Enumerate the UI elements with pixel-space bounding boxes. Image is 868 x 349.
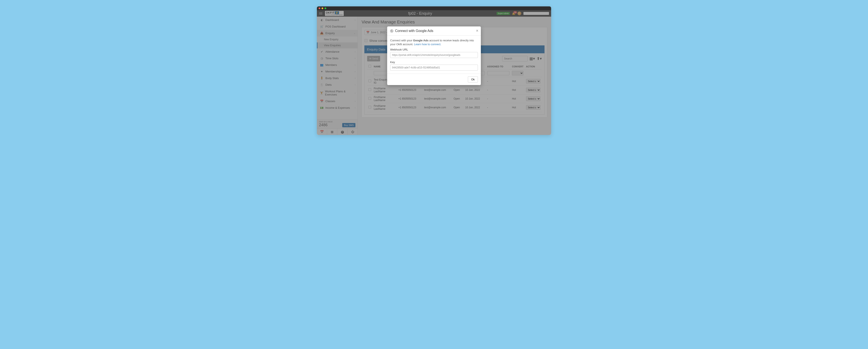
modal-overlay[interactable]: G Connect with Google Ads × Connect with… xyxy=(317,10,551,135)
webhook-label: Webhook URL xyxy=(390,48,478,51)
learn-link[interactable]: Learn how to connect. xyxy=(414,42,441,46)
minimize-window-button[interactable] xyxy=(321,7,323,9)
modal-intro: Connect with your Google Ads account to … xyxy=(390,38,478,46)
modal-title: Connect with Google Ads xyxy=(395,29,433,33)
google-ads-modal: G Connect with Google Ads × Connect with… xyxy=(387,26,481,85)
ok-button[interactable]: Ok xyxy=(468,76,478,83)
modal-close-button[interactable]: × xyxy=(476,29,478,33)
titlebar xyxy=(317,6,551,10)
app-window: OKFIT⚡ GYM & STUDIO SOFTWARE fp02 - Enqu… xyxy=(317,6,551,135)
google-icon: G xyxy=(390,29,393,33)
maximize-window-button[interactable] xyxy=(324,7,326,9)
key-input[interactable] xyxy=(390,65,478,70)
webhook-url-input[interactable] xyxy=(390,52,478,58)
close-window-button[interactable] xyxy=(318,7,320,9)
key-label: Key xyxy=(390,61,478,64)
